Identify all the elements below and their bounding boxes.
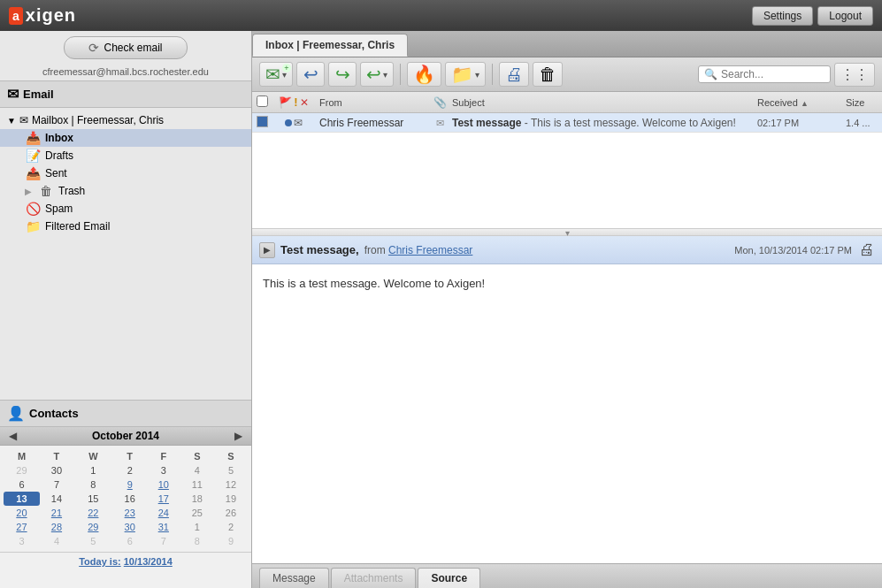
sent-icon: 📤 (25, 166, 41, 180)
tab-attachments[interactable]: Attachments (331, 568, 417, 588)
email-list-scroll[interactable]: ✉ Chris Freemessar ✉ Test message - This… (252, 113, 882, 228)
row-checkbox-cell[interactable] (252, 116, 272, 130)
folder-button[interactable]: 📁 (445, 62, 486, 87)
calendar-day[interactable]: 16 (113, 492, 147, 506)
calendar-day[interactable]: 3 (147, 463, 180, 477)
delete-icon: 🗑 (539, 65, 556, 85)
inbox-tab[interactable]: Inbox | Freemessar, Chris (252, 34, 408, 57)
row-checkbox[interactable] (257, 116, 268, 127)
calendar-grid: MTWTFSS 29301234567891011121314151617181… (0, 446, 251, 552)
calendar-day[interactable]: 28 (40, 520, 73, 534)
subject-header[interactable]: Subject (449, 97, 754, 108)
bottom-tabs: Message Attachments Source (252, 563, 882, 588)
calendar-day[interactable]: 5 (73, 534, 113, 548)
calendar-day[interactable]: 4 (40, 534, 73, 548)
row-received: 02:17 PM (754, 118, 842, 128)
calendar-day[interactable]: 11 (180, 477, 214, 492)
email-list: 🚩 ! ✕ From 📎 Subject Received ▲ Size (252, 92, 882, 236)
more-options-button[interactable]: ⋮⋮ (834, 63, 875, 87)
flag-button[interactable]: 🔥 (407, 62, 441, 87)
forward-button[interactable]: ↩ (360, 62, 394, 87)
calendar-day[interactable]: 12 (214, 477, 248, 492)
logout-button[interactable]: Logout (817, 6, 873, 26)
calendar-day[interactable]: 30 (40, 463, 73, 477)
calendar-day[interactable]: 5 (214, 463, 248, 477)
inbox-icon: 📥 (25, 131, 41, 145)
calendar-day[interactable]: 8 (180, 534, 214, 548)
flags-header: 🚩 ! ✕ (272, 95, 316, 109)
sidebar-item-trash[interactable]: ▶ 🗑 Trash (0, 182, 251, 200)
sidebar-item-drafts[interactable]: 📝 Drafts (0, 147, 251, 164)
contacts-section[interactable]: 👤 Contacts (0, 400, 251, 426)
mailbox-root[interactable]: ▼ ✉ Mailbox | Freemessar, Chris (0, 111, 251, 129)
calendar-day[interactable]: 17 (147, 492, 180, 506)
calendar-prev-button[interactable]: ◀ (5, 430, 20, 442)
print-toolbar-button[interactable]: 🖨 (499, 62, 529, 87)
select-all-check[interactable] (257, 95, 268, 107)
calendar-next-button[interactable]: ▶ (231, 430, 246, 442)
from-header[interactable]: From (316, 97, 431, 108)
calendar-day[interactable]: 31 (147, 520, 180, 534)
table-row[interactable]: ✉ Chris Freemessar ✉ Test message - This… (252, 113, 882, 133)
calendar-day[interactable]: 13 (4, 492, 40, 506)
from-label: from (364, 244, 386, 256)
reply-all-button[interactable]: ↪ (328, 62, 357, 87)
app-header: a xigen Settings Logout (0, 0, 882, 31)
calendar-day[interactable]: 19 (214, 492, 248, 506)
sidebar-item-spam[interactable]: 🚫 Spam (0, 200, 251, 218)
calendar-day[interactable]: 6 (4, 477, 40, 492)
calendar-day[interactable]: 27 (4, 520, 40, 534)
calendar-day[interactable]: 10 (147, 477, 180, 492)
calendar-day[interactable]: 9 (214, 534, 248, 548)
calendar-day[interactable]: 25 (180, 506, 214, 520)
settings-button[interactable]: Settings (752, 6, 813, 26)
check-all-checkbox[interactable] (252, 95, 272, 110)
check-email-button[interactable]: ⟳ Check email (64, 36, 188, 59)
calendar-day[interactable]: 1 (180, 520, 214, 534)
preview-expand-button[interactable]: ▶ (259, 242, 275, 258)
calendar-day[interactable]: 30 (113, 520, 147, 534)
reply-button[interactable]: ↩ (296, 62, 325, 87)
calendar-day[interactable]: 1 (73, 463, 113, 477)
trash-icon: 🗑 (38, 184, 54, 198)
search-input[interactable] (721, 68, 827, 80)
calendar-day[interactable]: 29 (73, 520, 113, 534)
trash-expand-icon: ▶ (25, 187, 32, 196)
calendar-day[interactable]: 21 (40, 506, 73, 520)
calendar-day[interactable]: 29 (4, 463, 40, 477)
preview-from-link[interactable]: Chris Freemessar (388, 244, 472, 256)
sidebar-item-inbox[interactable]: 📥 Inbox (0, 129, 251, 147)
sidebar-item-sent[interactable]: 📤 Sent (0, 164, 251, 182)
calendar-day[interactable]: 22 (73, 506, 113, 520)
preview-print-button[interactable]: 🖨 (859, 241, 875, 259)
tab-source[interactable]: Source (418, 568, 480, 588)
calendar-day[interactable]: 26 (214, 506, 248, 520)
excl-header-icon: ! (294, 95, 297, 109)
calendar-day[interactable]: 2 (214, 520, 248, 534)
calendar-day[interactable]: 3 (4, 534, 40, 548)
sidebar-item-filtered-email[interactable]: 📁 Filtered Email (0, 218, 251, 235)
calendar-day[interactable]: 7 (147, 534, 180, 548)
calendar-day[interactable]: 9 (113, 477, 147, 492)
calendar-day[interactable]: 7 (40, 477, 73, 492)
calendar-day[interactable]: 2 (113, 463, 147, 477)
contacts-icon: 👤 (7, 405, 25, 422)
row-subject: Test message - This is a test message. W… (449, 117, 754, 129)
calendar-day[interactable]: 15 (73, 492, 113, 506)
calendar-day[interactable]: 18 (180, 492, 214, 506)
logo: a xigen (9, 5, 76, 26)
new-indicator: + (282, 64, 291, 73)
calendar-day[interactable]: 6 (113, 534, 147, 548)
calendar-day[interactable]: 4 (180, 463, 214, 477)
calendar-day[interactable]: 8 (73, 477, 113, 492)
received-header[interactable]: Received ▲ (754, 97, 842, 108)
delete-button[interactable]: 🗑 (533, 62, 563, 87)
calendar-day[interactable]: 20 (4, 506, 40, 520)
tab-message[interactable]: Message (259, 568, 329, 588)
envelope-open-icon: ✉ (294, 117, 303, 129)
calendar-day[interactable]: 23 (113, 506, 147, 520)
calendar-day[interactable]: 14 (40, 492, 73, 506)
row-attach: ✉ (431, 117, 449, 129)
new-email-button[interactable]: ✉ + (259, 62, 293, 87)
calendar-day[interactable]: 24 (147, 506, 180, 520)
